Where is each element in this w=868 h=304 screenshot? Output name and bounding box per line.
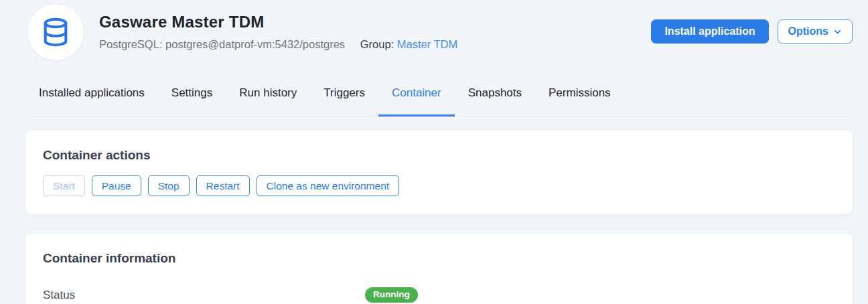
tab-snapshots[interactable]: Snapshots	[455, 86, 535, 117]
page-header: Gasware Master TDM PostgreSQL: postgres@…	[27, 3, 853, 61]
tab-triggers[interactable]: Triggers	[310, 86, 378, 117]
pause-button[interactable]: Pause	[92, 175, 141, 196]
chevron-down-icon	[833, 27, 842, 36]
avatar	[27, 3, 84, 61]
db-type-label: PostgreSQL:	[99, 38, 162, 50]
restart-button[interactable]: Restart	[196, 175, 250, 196]
options-button[interactable]: Options	[778, 19, 853, 44]
tab-container[interactable]: Container	[378, 86, 455, 117]
tab-run-history[interactable]: Run history	[226, 86, 310, 117]
tab-bar: Installed applications Settings Run hist…	[25, 86, 853, 117]
page-title: Gasware Master TDM	[99, 12, 457, 32]
tab-permissions[interactable]: Permissions	[535, 86, 624, 117]
db-connection-string: postgres@datprof-vm:5432/postgres	[165, 38, 345, 50]
group-link[interactable]: Master TDM	[397, 38, 457, 50]
stop-button[interactable]: Stop	[148, 175, 190, 196]
start-button[interactable]: Start	[43, 175, 85, 196]
group-label: Group:	[360, 38, 394, 50]
database-icon	[40, 17, 71, 48]
container-actions-row: Start Pause Stop Restart Clone as new en…	[43, 175, 835, 196]
connection-subtitle: PostgreSQL: postgres@datprof-vm:5432/pos…	[99, 36, 457, 52]
status-badge: Running	[365, 287, 418, 303]
status-label: Status	[43, 289, 365, 302]
container-actions-card: Container actions Start Pause Stop Resta…	[25, 131, 853, 214]
container-actions-title: Container actions	[43, 148, 835, 163]
tab-installed-applications[interactable]: Installed applications	[25, 86, 158, 117]
tab-settings[interactable]: Settings	[158, 86, 226, 117]
status-row: Status Running	[43, 287, 835, 303]
container-information-title: Container information	[43, 251, 835, 266]
header-actions: Install application Options	[651, 19, 853, 44]
clone-environment-button[interactable]: Clone as new environment	[257, 175, 400, 196]
install-application-button[interactable]: Install application	[651, 19, 768, 44]
options-button-label: Options	[788, 25, 828, 37]
container-information-card: Container information Status Running	[25, 234, 853, 304]
